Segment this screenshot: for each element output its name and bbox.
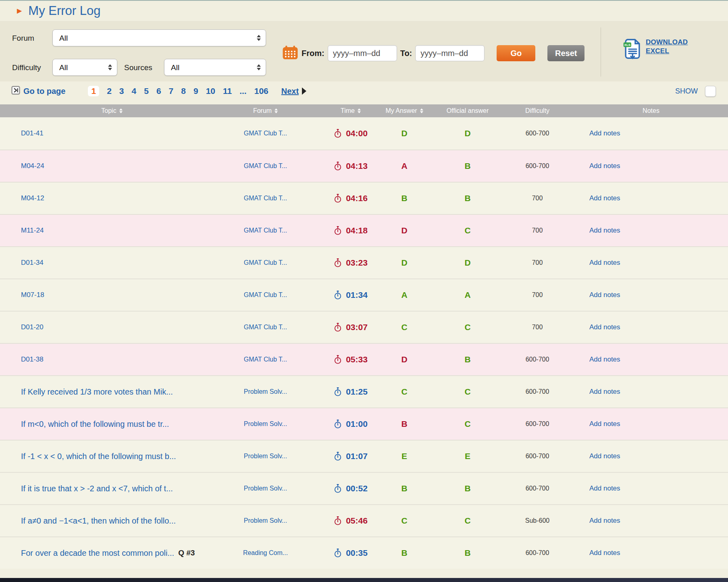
- add-notes-link[interactable]: Add notes: [589, 452, 620, 460]
- forum-link[interactable]: GMAT Club T...: [244, 162, 287, 170]
- page-link-8[interactable]: 8: [181, 86, 186, 96]
- forum-link[interactable]: GMAT Club T...: [244, 356, 287, 363]
- add-notes-link[interactable]: Add notes: [589, 484, 620, 492]
- forum-link[interactable]: Problem Solv...: [244, 453, 287, 460]
- from-date-input[interactable]: [328, 45, 397, 61]
- title-bar: ▶ My Error Log: [0, 1, 728, 21]
- forum-link[interactable]: Problem Solv...: [244, 420, 287, 428]
- page-link-6[interactable]: 6: [156, 86, 161, 96]
- forum-link[interactable]: GMAT Club T...: [244, 259, 287, 266]
- column-header-time[interactable]: Time: [327, 107, 374, 114]
- my-answer-cell: B: [374, 193, 435, 203]
- topic-link[interactable]: If m<0, which of the following must be t…: [21, 420, 169, 429]
- add-notes-link[interactable]: Add notes: [589, 549, 620, 557]
- page-link-9[interactable]: 9: [193, 86, 198, 96]
- add-notes-link[interactable]: Add notes: [589, 291, 620, 299]
- sort-icon[interactable]: [358, 108, 361, 113]
- add-notes-link[interactable]: Add notes: [589, 129, 620, 137]
- next-page-link[interactable]: Next: [281, 87, 306, 96]
- my-answer-cell: D: [374, 258, 435, 268]
- time-cell: 01:00: [327, 419, 374, 429]
- difficulty-cell: 600-700: [501, 420, 574, 428]
- column-label: Difficulty: [525, 107, 549, 114]
- topic-link[interactable]: M07-18: [21, 291, 44, 299]
- sort-icon[interactable]: [420, 108, 423, 113]
- sort-icon[interactable]: [275, 108, 278, 113]
- topic-cell: M04-12: [0, 194, 204, 202]
- page-link-4[interactable]: 4: [132, 86, 137, 96]
- add-notes-link[interactable]: Add notes: [589, 355, 620, 363]
- time-value: 01:00: [346, 419, 368, 429]
- forum-link[interactable]: GMAT Club T...: [244, 291, 287, 299]
- topic-link[interactable]: D01-34: [21, 259, 44, 267]
- forum-link[interactable]: GMAT Club T...: [244, 227, 287, 234]
- add-notes-link[interactable]: Add notes: [589, 259, 620, 266]
- topic-link[interactable]: D01-20: [21, 323, 44, 331]
- topic-link[interactable]: If -1 < x < 0, which of the following mu…: [21, 452, 176, 461]
- forum-select-control[interactable]: All: [53, 30, 266, 46]
- page-link-11[interactable]: 11: [223, 86, 232, 96]
- forum-link[interactable]: GMAT Club T...: [244, 324, 287, 331]
- time-cell: 01:34: [327, 290, 374, 300]
- time-value: 01:34: [346, 290, 368, 300]
- add-notes-link[interactable]: Add notes: [589, 517, 620, 524]
- add-notes-link[interactable]: Add notes: [589, 162, 620, 170]
- go-to-page-label[interactable]: Go to page: [23, 87, 65, 96]
- page-link-1[interactable]: 1: [88, 86, 99, 96]
- topic-cell: M07-18: [0, 291, 204, 299]
- download-excel-label[interactable]: DOWNLOAD EXCEL: [646, 38, 688, 56]
- column-header-topic[interactable]: Topic: [0, 107, 204, 114]
- table-row: D01-20 GMAT Club T... 03:07 C C 700 Add …: [0, 311, 728, 343]
- add-notes-link[interactable]: Add notes: [589, 323, 620, 331]
- stopwatch-icon: [334, 355, 342, 364]
- topic-link[interactable]: D01-38: [21, 355, 44, 364]
- my-answer-cell: C: [374, 516, 435, 526]
- page-link-5[interactable]: 5: [144, 86, 149, 96]
- forum-link[interactable]: Problem Solv...: [244, 388, 287, 395]
- page-link-2[interactable]: 2: [107, 86, 112, 96]
- next-label[interactable]: Next: [281, 87, 299, 96]
- forum-cell: Problem Solv...: [204, 388, 327, 395]
- sources-select-control[interactable]: All: [164, 59, 266, 75]
- add-notes-link[interactable]: Add notes: [589, 194, 620, 202]
- forum-link[interactable]: Reading Com...: [243, 549, 288, 557]
- reset-button[interactable]: Reset: [547, 45, 584, 61]
- add-notes-link[interactable]: Add notes: [589, 420, 620, 428]
- topic-link[interactable]: If a≠0 and −1<a<1, then which of the fol…: [21, 516, 176, 526]
- column-header-forum[interactable]: Forum: [204, 107, 327, 114]
- stopwatch-icon: [334, 516, 342, 526]
- column-label: Notes: [643, 107, 659, 114]
- official-answer-cell: B: [435, 548, 501, 558]
- forum-link[interactable]: Problem Solv...: [244, 517, 287, 524]
- page-link-3[interactable]: 3: [119, 86, 124, 96]
- sources-select[interactable]: All: [164, 59, 266, 76]
- forum-link[interactable]: GMAT Club T...: [244, 195, 287, 202]
- table-body: D01-41 GMAT Club T... 04:00 D D 600-700 …: [0, 117, 728, 569]
- time-value: 01:25: [346, 387, 368, 397]
- page-link-7[interactable]: 7: [169, 86, 174, 96]
- topic-link[interactable]: D01-41: [21, 129, 44, 137]
- topic-link[interactable]: For over a decade the most common poli..…: [21, 549, 174, 558]
- column-header-my-answer[interactable]: My Answer: [374, 107, 435, 114]
- table-row: If a≠0 and −1<a<1, then which of the fol…: [0, 504, 728, 536]
- forum-select[interactable]: All: [52, 29, 266, 46]
- stopwatch-icon: [334, 258, 342, 268]
- topic-link[interactable]: M11-24: [21, 227, 44, 235]
- page-link-106[interactable]: 106: [254, 86, 268, 96]
- download-excel-link[interactable]: XLS DOWNLOAD EXCEL: [623, 38, 688, 62]
- go-button[interactable]: Go: [497, 45, 535, 61]
- to-date-input[interactable]: [415, 45, 485, 61]
- forum-link[interactable]: GMAT Club T...: [244, 130, 287, 137]
- show-checkbox[interactable]: [705, 86, 716, 97]
- topic-link[interactable]: If it is true that x > -2 and x <7, whic…: [21, 484, 173, 493]
- add-notes-link[interactable]: Add notes: [589, 227, 620, 234]
- page-link-10[interactable]: 10: [206, 86, 215, 96]
- forum-link[interactable]: Problem Solv...: [244, 485, 287, 492]
- difficulty-select-control[interactable]: All: [53, 59, 117, 75]
- difficulty-select[interactable]: All: [52, 59, 117, 76]
- sort-icon[interactable]: [119, 108, 123, 113]
- topic-link[interactable]: If Kelly received 1/3 more votes than Mi…: [21, 387, 173, 397]
- topic-link[interactable]: M04-12: [21, 194, 44, 202]
- add-notes-link[interactable]: Add notes: [589, 388, 620, 395]
- topic-link[interactable]: M04-24: [21, 162, 44, 170]
